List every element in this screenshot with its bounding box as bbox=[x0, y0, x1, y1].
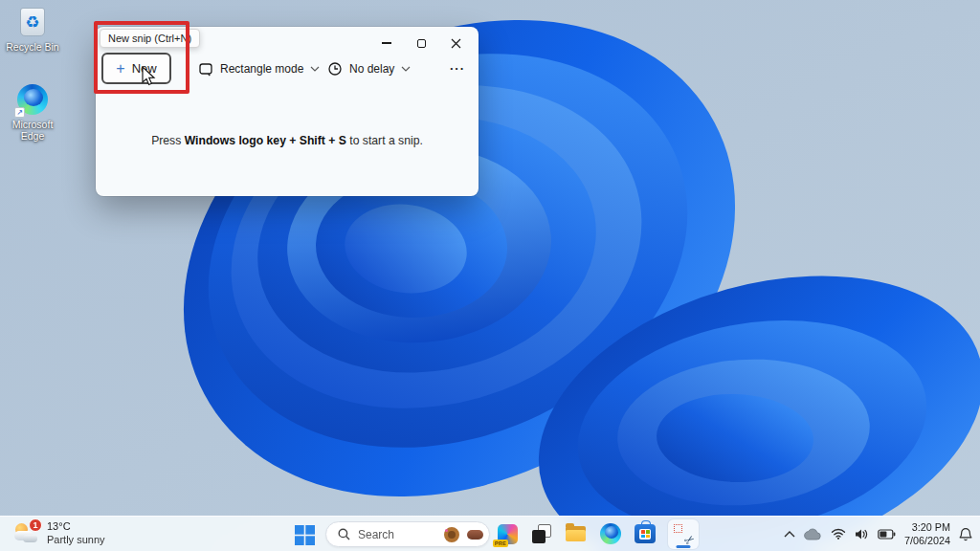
search-highlight-donut-icon[interactable] bbox=[444, 527, 459, 542]
clock-icon bbox=[327, 61, 343, 77]
speaker-icon bbox=[855, 528, 869, 540]
taskbar-snipping-tool-button-active[interactable]: ✂ bbox=[668, 519, 699, 549]
search-icon bbox=[338, 528, 350, 540]
tray-time: 3:20 PM bbox=[904, 520, 950, 534]
desktop-icon-recycle-bin[interactable]: ♻ Recycle Bin bbox=[5, 5, 60, 53]
desktop-icon-label: Microsoft Edge bbox=[5, 119, 60, 142]
minimize-icon bbox=[382, 42, 391, 43]
volume-button[interactable] bbox=[855, 528, 869, 540]
search-placeholder: Search bbox=[358, 528, 436, 541]
snip-hint-text: Press Windows logo key + Shift + S to st… bbox=[96, 134, 479, 147]
desktop-icon-microsoft-edge[interactable]: ↗ Microsoft Edge bbox=[5, 82, 60, 142]
desktop-icon-label: Recycle Bin bbox=[6, 41, 58, 53]
cloud-icon bbox=[804, 528, 822, 540]
start-button[interactable] bbox=[293, 523, 316, 546]
taskbar-search-box[interactable]: Search bbox=[325, 521, 490, 547]
tray-date: 7/06/2024 bbox=[904, 534, 950, 547]
taskbar-file-explorer-button[interactable] bbox=[565, 522, 588, 545]
windows-logo-icon bbox=[295, 525, 315, 545]
see-more-button[interactable]: ··· bbox=[444, 56, 471, 79]
battery-button[interactable] bbox=[878, 529, 896, 540]
mode-dropdown-label: Rectangle mode bbox=[220, 62, 303, 76]
notification-center-button[interactable] bbox=[959, 527, 972, 541]
delay-dropdown[interactable]: No delay bbox=[323, 53, 414, 84]
edge-icon bbox=[600, 523, 621, 544]
maximize-icon bbox=[417, 39, 426, 48]
close-icon bbox=[451, 38, 461, 49]
search-highlight-eclair-icon[interactable] bbox=[467, 530, 483, 540]
widgets-weather-button[interactable]: 1 13°C Partly sunny bbox=[8, 517, 111, 551]
weather-condition: Partly sunny bbox=[47, 534, 105, 547]
snip-selection-icon bbox=[674, 524, 682, 533]
bell-icon bbox=[959, 527, 972, 541]
rectangle-mode-icon bbox=[198, 61, 213, 77]
close-button[interactable] bbox=[438, 31, 473, 55]
windows-desktop: ♻ Recycle Bin ↗ Microsoft Edge + New bbox=[0, 0, 980, 551]
delay-dropdown-label: No delay bbox=[349, 62, 394, 76]
notification-badge: 1 bbox=[29, 518, 42, 532]
taskbar-task-view-button[interactable] bbox=[530, 522, 553, 545]
taskbar-copilot-button[interactable]: PRE bbox=[496, 522, 519, 545]
active-app-indicator bbox=[677, 545, 691, 548]
network-button[interactable] bbox=[831, 528, 846, 540]
onedrive-button[interactable] bbox=[804, 528, 822, 540]
more-options-icon: ··· bbox=[450, 61, 465, 76]
weather-icon: 1 bbox=[13, 521, 39, 546]
tray-overflow-button[interactable] bbox=[784, 531, 795, 538]
taskbar-app-icons: PRE bbox=[496, 517, 699, 551]
chevron-down-icon bbox=[310, 66, 320, 72]
taskbar: 1 13°C Partly sunny Search bbox=[0, 516, 980, 551]
battery-icon bbox=[878, 529, 896, 540]
shortcut-arrow-icon: ↗ bbox=[14, 107, 25, 118]
recycle-symbol: ♻ bbox=[25, 14, 39, 31]
mouse-cursor bbox=[141, 66, 157, 87]
taskbar-edge-button[interactable] bbox=[599, 522, 622, 545]
taskbar-store-button[interactable] bbox=[634, 522, 657, 545]
chevron-down-icon bbox=[401, 66, 411, 72]
chevron-up-icon bbox=[784, 531, 795, 538]
recycle-bin-icon: ♻ bbox=[20, 8, 45, 36]
mode-dropdown[interactable]: Rectangle mode bbox=[194, 53, 323, 84]
microsoft-store-icon bbox=[635, 524, 656, 543]
wifi-icon bbox=[831, 528, 846, 540]
copilot-preview-badge: PRE bbox=[493, 540, 508, 547]
clock-button[interactable]: 3:20 PM 7/06/2024 bbox=[904, 520, 950, 547]
system-tray: 3:20 PM 7/06/2024 bbox=[781, 517, 975, 551]
weather-temperature: 13°C bbox=[47, 520, 105, 534]
